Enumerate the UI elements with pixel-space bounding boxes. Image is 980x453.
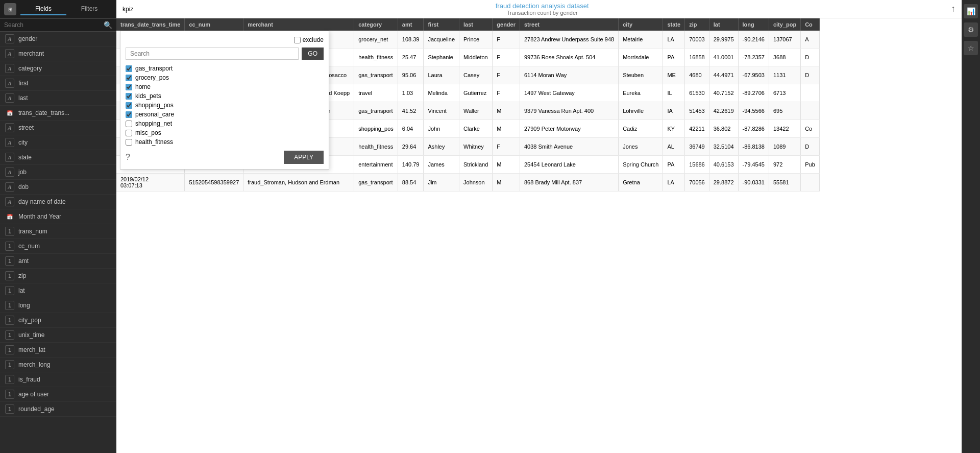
filter-item-label: shopping_net xyxy=(135,120,172,127)
up-arrow-icon[interactable]: ↑ xyxy=(951,4,955,14)
table-cell: F xyxy=(493,84,520,102)
table-cell: travel xyxy=(354,84,398,102)
table-cell: Cadiz xyxy=(619,120,663,138)
sidebar-field-city_pop[interactable]: 1city_pop xyxy=(0,313,116,328)
table-cell: 15686 xyxy=(685,156,709,174)
filter-item-misc_pos[interactable]: misc_pos xyxy=(126,129,324,136)
table-cell: 137067 xyxy=(769,31,800,49)
filter-checkbox-health_fitness[interactable] xyxy=(126,139,132,146)
field-label: amt xyxy=(18,257,29,265)
field-label: day name of date xyxy=(18,198,66,205)
star-icon[interactable]: ☆ xyxy=(964,41,978,55)
apply-button[interactable]: APPLY xyxy=(284,151,324,164)
col-header-trans_date_trans_time[interactable]: trans_date_trans_time xyxy=(116,18,185,31)
col-header-gender[interactable]: gender xyxy=(493,18,520,31)
sidebar-field-trans_date_trans...[interactable]: 📅trans_date_trans... xyxy=(0,106,116,121)
filter-checkbox-personal_care[interactable] xyxy=(126,111,132,118)
col-header-street[interactable]: street xyxy=(520,18,619,31)
field-label: city_pop xyxy=(18,317,41,324)
filter-item-grocery_pos[interactable]: grocery_pos xyxy=(126,74,324,81)
table-cell: 41.0001 xyxy=(709,49,738,66)
filter-search-row: GO xyxy=(126,47,324,60)
field-label: state xyxy=(18,154,32,161)
help-icon[interactable]: ? xyxy=(126,153,130,162)
table-header-row: trans_date_trans_timecc_nummerchantcateg… xyxy=(116,18,819,31)
search-input[interactable] xyxy=(4,21,104,29)
sidebar-field-Month-and-Year[interactable]: 📅Month and Year xyxy=(0,209,116,224)
table-cell: Morrisdale xyxy=(619,49,663,66)
col-header-zip[interactable]: zip xyxy=(685,18,709,31)
filter-search-input[interactable] xyxy=(126,47,299,60)
sidebar-field-rounded_age[interactable]: 1rounded_age xyxy=(0,402,116,417)
filter-item-shopping_net[interactable]: shopping_net xyxy=(126,120,324,127)
filter-checkbox-grocery_pos[interactable] xyxy=(126,75,132,81)
sidebar-field-category[interactable]: Acategory xyxy=(0,61,116,76)
exclude-checkbox[interactable]: exclude xyxy=(294,36,324,43)
table-cell: Clarke xyxy=(459,120,493,138)
col-header-category[interactable]: category xyxy=(354,18,398,31)
col-header-amt[interactable]: amt xyxy=(398,18,424,31)
filter-item-gas_transport[interactable]: gas_transport xyxy=(126,65,324,72)
sidebar-field-age-of-user[interactable]: 1age of user xyxy=(0,387,116,402)
table-cell xyxy=(801,84,820,102)
sidebar-field-merchant[interactable]: Amerchant xyxy=(0,46,116,61)
col-header-city_pop[interactable]: city_pop xyxy=(769,18,800,31)
col-header-last[interactable]: last xyxy=(459,18,493,31)
field-label: zip xyxy=(18,272,26,279)
table-cell: LA xyxy=(663,174,685,192)
col-header-long[interactable]: long xyxy=(738,18,769,31)
filter-checkbox-gas_transport[interactable] xyxy=(126,65,132,72)
sidebar-field-amt[interactable]: 1amt xyxy=(0,254,116,269)
table-cell: M xyxy=(493,174,520,192)
settings-icon[interactable]: ⚙ xyxy=(964,22,978,37)
sidebar-field-state[interactable]: Astate xyxy=(0,150,116,165)
table-cell: 27909 Peter Motorway xyxy=(520,120,619,138)
filter-checkbox-shopping_net[interactable] xyxy=(126,121,132,127)
filter-item-home[interactable]: home xyxy=(126,83,324,90)
sidebar-field-unix_time[interactable]: 1unix_time xyxy=(0,328,116,343)
col-header-merchant[interactable]: merchant xyxy=(243,18,354,31)
table-cell: 3688 xyxy=(769,49,800,66)
sidebar-field-is_fraud[interactable]: 1is_fraud xyxy=(0,372,116,387)
sidebar-field-zip[interactable]: 1zip xyxy=(0,269,116,283)
filter-item-kids_pets[interactable]: kids_pets xyxy=(126,92,324,100)
sidebar-field-city[interactable]: Acity xyxy=(0,135,116,150)
col-header-city[interactable]: city xyxy=(619,18,663,31)
col-header-Co[interactable]: Co xyxy=(801,18,820,31)
tab-filters[interactable]: Filters xyxy=(66,3,112,15)
table-cell: 140.79 xyxy=(398,156,424,174)
col-header-lat[interactable]: lat xyxy=(709,18,738,31)
sidebar-field-last[interactable]: Alast xyxy=(0,91,116,106)
filter-go-button[interactable]: GO xyxy=(302,47,324,60)
filter-item-label: misc_pos xyxy=(135,129,161,136)
filter-item-health_fitness[interactable]: health_fitness xyxy=(126,138,324,146)
table-cell: grocery_net xyxy=(354,31,398,49)
sidebar-field-lat[interactable]: 1lat xyxy=(0,283,116,298)
filter-checkbox-shopping_pos[interactable] xyxy=(126,102,132,109)
sidebar-field-day-name-of-date[interactable]: Aday name of date xyxy=(0,195,116,209)
sidebar-field-first[interactable]: Afirst xyxy=(0,76,116,91)
filter-item-shopping_pos[interactable]: shopping_pos xyxy=(126,102,324,109)
col-header-first[interactable]: first xyxy=(424,18,459,31)
tab-fields[interactable]: Fields xyxy=(20,3,66,15)
col-header-cc_num[interactable]: cc_num xyxy=(185,18,243,31)
table-cell: health_fitness xyxy=(354,138,398,156)
sidebar-field-job[interactable]: Ajob xyxy=(0,165,116,180)
sidebar-field-street[interactable]: Astreet xyxy=(0,121,116,135)
filter-checkbox-misc_pos[interactable] xyxy=(126,130,132,136)
sidebar-field-cc_num[interactable]: 1cc_num xyxy=(0,239,116,254)
col-header-state[interactable]: state xyxy=(663,18,685,31)
exclude-check[interactable] xyxy=(294,37,301,43)
filter-checkbox-home[interactable] xyxy=(126,84,132,90)
filter-item-personal_care[interactable]: personal_care xyxy=(126,111,324,118)
filter-checkbox-kids_pets[interactable] xyxy=(126,93,132,100)
table-cell: Steuben xyxy=(619,66,663,84)
chart-icon[interactable]: 📊 xyxy=(964,4,978,18)
sidebar-field-merch_long[interactable]: 1merch_long xyxy=(0,357,116,372)
sidebar-field-dob[interactable]: Adob xyxy=(0,180,116,195)
sidebar-field-trans_num[interactable]: 1trans_num xyxy=(0,224,116,239)
sidebar-field-long[interactable]: 1long xyxy=(0,298,116,313)
table-cell: Stephanie xyxy=(424,49,459,66)
sidebar-field-merch_lat[interactable]: 1merch_lat xyxy=(0,343,116,357)
sidebar-field-gender[interactable]: Agender xyxy=(0,32,116,46)
